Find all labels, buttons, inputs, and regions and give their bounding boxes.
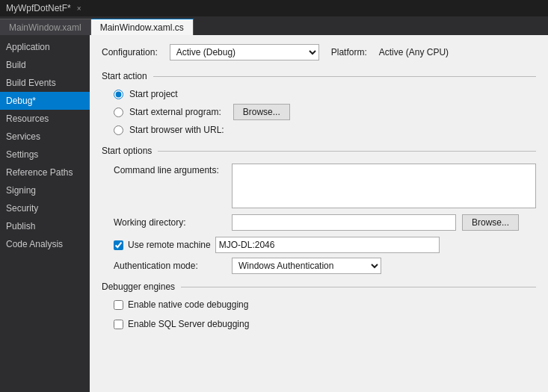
config-row: Configuration: Active (Debug) Platform: … <box>102 44 536 60</box>
sidebar-item-reference-paths[interactable]: Reference Paths <box>0 164 90 181</box>
start-action-options: Start project Start external program: Br… <box>114 89 536 135</box>
platform-value: Active (Any CPU) <box>379 47 449 57</box>
sql-debugging-label: Enable SQL Server debugging <box>128 319 249 329</box>
sidebar-item-build[interactable]: Build <box>0 56 90 74</box>
start-project-label: Start project <box>129 89 178 99</box>
start-action-divider <box>153 76 536 77</box>
sidebar-item-debug[interactable]: Debug* <box>0 92 90 110</box>
start-project-radio[interactable] <box>114 90 123 99</box>
start-options-form: Command line arguments: Working director… <box>114 164 536 274</box>
start-browser-label: Start browser with URL: <box>129 125 224 135</box>
native-debugging-checkbox[interactable] <box>114 300 123 310</box>
sidebar: Application Build Build Events Debug* Re… <box>0 35 90 392</box>
remote-machine-input[interactable] <box>215 237 440 253</box>
command-line-label: Command line arguments: <box>114 164 226 175</box>
start-project-row: Start project <box>114 89 536 99</box>
use-remote-machine-checkbox[interactable] <box>114 240 123 250</box>
start-external-browse-button[interactable]: Browse... <box>233 104 290 120</box>
content-area: Configuration: Active (Debug) Platform: … <box>90 35 548 392</box>
title-bar: MyWpfDotNetF* × <box>0 0 548 16</box>
command-line-row: Command line arguments: <box>114 164 536 208</box>
sql-debugging-row: Enable SQL Server debugging <box>114 319 536 329</box>
sql-debugging-checkbox[interactable] <box>114 320 123 329</box>
native-debugging-row: Enable native code debugging <box>114 299 536 310</box>
start-browser-row: Start browser with URL: <box>114 125 536 135</box>
sidebar-item-publish[interactable]: Publish <box>0 217 90 235</box>
use-remote-machine-row: Use remote machine <box>114 237 536 253</box>
debugger-engines-options: Enable native code debugging Enable SQL … <box>114 299 536 334</box>
project-title: MyWpfDotNetF* <box>6 3 71 13</box>
start-options-label: Start options <box>102 146 152 156</box>
start-external-row: Start external program: Browse... <box>114 104 536 120</box>
start-external-radio[interactable] <box>114 108 123 117</box>
start-options-divider <box>158 151 536 152</box>
working-directory-row: Working directory: Browse... <box>114 214 536 231</box>
tab-main-xaml-cs[interactable]: MainWindow.xaml.cs <box>91 19 194 35</box>
authentication-mode-select[interactable]: Windows Authentication <box>232 258 381 274</box>
close-icon[interactable]: × <box>77 4 81 13</box>
start-options-header: Start options <box>102 146 536 156</box>
working-directory-label: Working directory: <box>114 217 226 228</box>
configuration-label: Configuration: <box>102 47 158 57</box>
authentication-mode-row: Authentication mode: Windows Authenticat… <box>114 258 536 274</box>
main-area: Application Build Build Events Debug* Re… <box>0 35 548 392</box>
sidebar-item-services[interactable]: Services <box>0 128 90 146</box>
tab-main-xaml-cs-label: MainWindow.xaml.cs <box>100 22 184 33</box>
configuration-select[interactable]: Active (Debug) <box>170 44 319 60</box>
start-action-label: Start action <box>102 71 147 81</box>
sidebar-item-application[interactable]: Application <box>0 38 90 56</box>
authentication-mode-label: Authentication mode: <box>114 261 226 271</box>
working-directory-input[interactable] <box>232 214 456 231</box>
debugger-engines-header: Debugger engines <box>102 281 536 292</box>
command-line-input[interactable] <box>232 164 536 208</box>
use-remote-machine-label: Use remote machine <box>128 240 211 250</box>
platform-label: Platform: <box>331 47 367 57</box>
start-browser-radio[interactable] <box>114 125 123 135</box>
native-debugging-label: Enable native code debugging <box>128 299 248 310</box>
tab-bar: MainWindow.xaml MainWindow.xaml.cs <box>0 16 548 35</box>
tab-main-xaml-label: MainWindow.xaml <box>9 22 81 33</box>
sidebar-item-settings[interactable]: Settings <box>0 146 90 164</box>
working-directory-browse-button[interactable]: Browse... <box>462 214 519 231</box>
tab-main-xaml[interactable]: MainWindow.xaml <box>0 19 91 35</box>
sidebar-item-signing[interactable]: Signing <box>0 181 90 199</box>
start-action-header: Start action <box>102 71 536 81</box>
sidebar-item-resources[interactable]: Resources <box>0 110 90 128</box>
debugger-engines-label: Debugger engines <box>102 281 175 292</box>
sidebar-item-code-analysis[interactable]: Code Analysis <box>0 235 90 253</box>
sidebar-item-build-events[interactable]: Build Events <box>0 74 90 92</box>
sidebar-item-security[interactable]: Security <box>0 199 90 217</box>
debugger-engines-divider <box>181 287 536 287</box>
start-external-label: Start external program: <box>129 107 221 117</box>
